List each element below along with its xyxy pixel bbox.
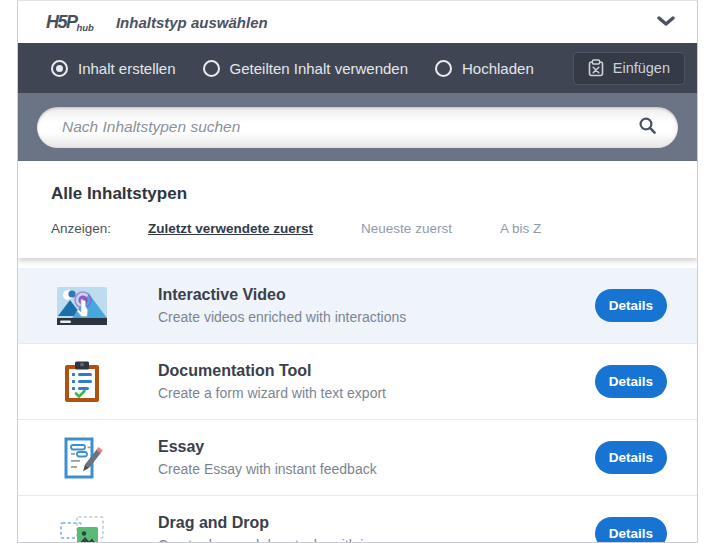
radio-upload[interactable]: Hochladen: [435, 60, 534, 77]
search-icon[interactable]: [636, 114, 659, 140]
details-button[interactable]: Details: [595, 289, 667, 322]
clipboard-paste-icon: [588, 59, 604, 77]
hub-header: H5Phub Inhaltstyp auswählen: [18, 1, 697, 43]
interactive-video-icon: [56, 285, 108, 327]
sort-row: Anzeigen: Zuletzt verwendete zuerst Neue…: [51, 221, 697, 236]
paste-button[interactable]: Einfügen: [573, 52, 685, 85]
essay-icon: [56, 437, 108, 479]
details-button[interactable]: Details: [595, 365, 667, 398]
mode-bar: Inhalt erstellen Geteilten Inhalt verwen…: [18, 43, 697, 93]
content-type-title: Documentation Tool: [158, 362, 595, 380]
radio-create-content[interactable]: Inhalt erstellen: [51, 60, 176, 77]
details-button[interactable]: Details: [595, 441, 667, 474]
content-type-description: Create Essay with instant feedback: [158, 461, 595, 477]
search-bar: [18, 93, 697, 161]
details-button[interactable]: Details: [595, 517, 667, 543]
content-type-text: Interactive Video Create videos enriched…: [158, 286, 595, 325]
content-type-row-drag-and-drop[interactable]: Drag and Drop Create drag and drop tasks…: [18, 496, 697, 543]
radio-unselected-icon: [203, 60, 220, 77]
content-type-description: Create videos enriched with interactions: [158, 309, 595, 325]
content-type-description: Create drag and drop tasks with images: [158, 537, 595, 543]
content-type-row-documentation-tool[interactable]: Documentation Tool Create a form wizard …: [18, 344, 697, 420]
radio-unselected-icon: [435, 60, 452, 77]
content-type-row-interactive-video[interactable]: Interactive Video Create videos enriched…: [18, 268, 697, 344]
sort-newest-first[interactable]: Neueste zuerst: [361, 221, 452, 236]
content-type-text: Documentation Tool Create a form wizard …: [158, 362, 595, 401]
h5p-hub-panel: H5Phub Inhaltstyp auswählen Inhalt erste…: [17, 0, 698, 543]
content-type-title: Drag and Drop: [158, 514, 595, 532]
sort-recently-used-first[interactable]: Zuletzt verwendete zuerst: [148, 221, 313, 236]
content-type-title: Essay: [158, 438, 595, 456]
page-title: Alle Inhaltstypen: [51, 184, 697, 204]
sort-label: Anzeigen:: [51, 221, 111, 236]
h5p-hub-logo: H5Phub: [46, 12, 94, 33]
search-input[interactable]: [37, 107, 678, 148]
content-header: Alle Inhaltstypen Anzeigen: Zuletzt verw…: [18, 161, 697, 258]
radio-use-shared-content[interactable]: Geteilten Inhalt verwenden: [203, 60, 408, 77]
content-type-row-essay[interactable]: Essay Create Essay with instant feedback…: [18, 420, 697, 496]
chevron-down-icon[interactable]: [653, 11, 679, 34]
content-type-list: Interactive Video Create videos enriched…: [18, 258, 697, 543]
content-type-title: Interactive Video: [158, 286, 595, 304]
content-type-text: Drag and Drop Create drag and drop tasks…: [158, 514, 595, 543]
sort-a-to-z[interactable]: A bis Z: [500, 221, 541, 236]
radio-selected-icon: [51, 60, 68, 77]
content-type-text: Essay Create Essay with instant feedback: [158, 438, 595, 477]
panel-title: Inhaltstyp auswählen: [116, 14, 268, 31]
drag-and-drop-icon: [56, 513, 108, 543]
documentation-tool-icon: [56, 361, 108, 403]
content-type-description: Create a form wizard with text export: [158, 385, 595, 401]
